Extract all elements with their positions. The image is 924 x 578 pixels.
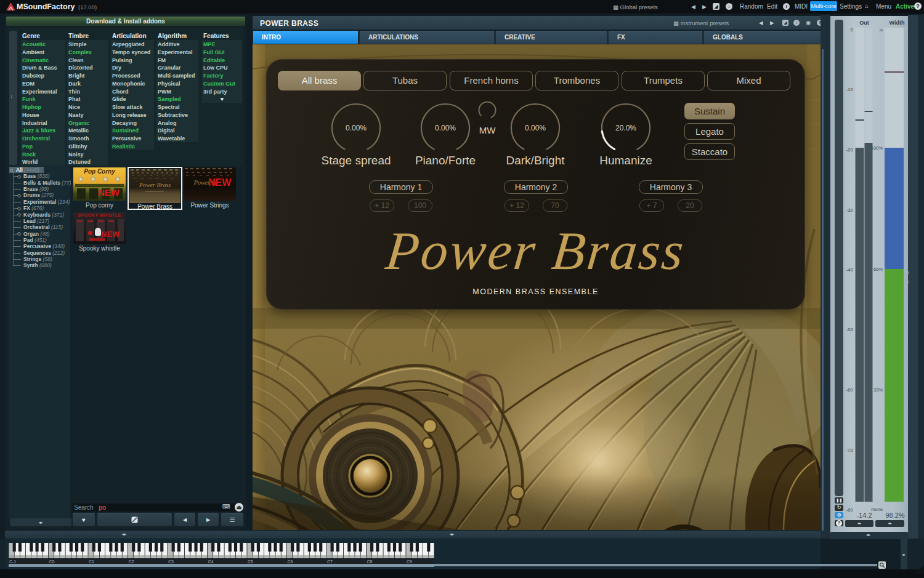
svg-text:C0: C0 (49, 560, 55, 564)
svg-text:100%: 100% (871, 145, 883, 151)
svg-text:-60: -60 (846, 387, 853, 393)
svg-text:C5: C5 (248, 560, 253, 564)
svg-text:-40: -40 (846, 267, 853, 273)
svg-text:-20: -20 (846, 147, 853, 153)
svg-text:C6: C6 (288, 560, 293, 564)
svg-text:C3: C3 (168, 560, 174, 564)
svg-text:C-1: C-1 (9, 560, 16, 564)
svg-text:-30: -30 (846, 207, 853, 213)
svg-text:-50: -50 (846, 327, 853, 332)
svg-text:C2: C2 (129, 560, 134, 564)
svg-text:C8: C8 (367, 560, 372, 564)
svg-text:0: 0 (851, 27, 854, 33)
svg-text:C9: C9 (407, 560, 412, 564)
svg-text:-70: -70 (846, 448, 853, 453)
svg-text:∞: ∞ (880, 27, 883, 33)
svg-text:C4: C4 (208, 560, 214, 564)
svg-text:33%: 33% (873, 387, 883, 393)
svg-text:-10: -10 (846, 87, 853, 92)
svg-text:C1: C1 (89, 560, 94, 564)
svg-text:C7: C7 (327, 560, 333, 564)
svg-text:66%: 66% (873, 267, 883, 272)
